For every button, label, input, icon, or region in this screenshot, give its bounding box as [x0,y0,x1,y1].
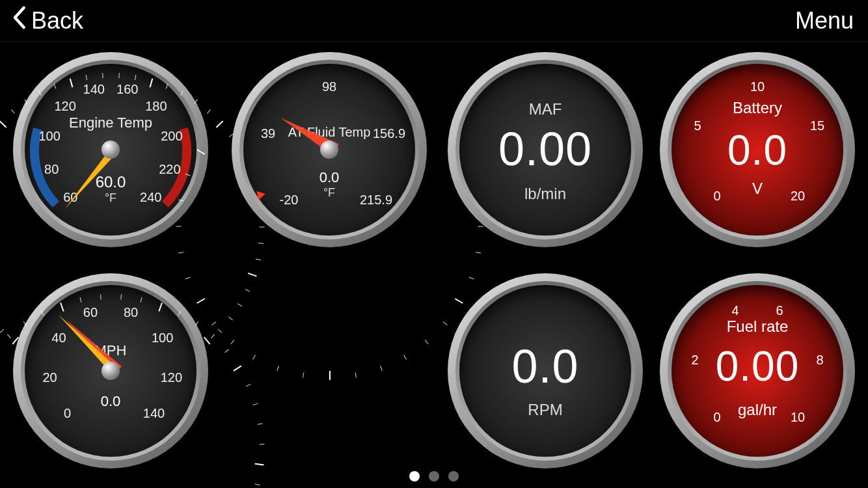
at-scale-right: 156.9 [370,126,409,142]
back-button[interactable]: Back [12,6,83,35]
back-chevron-icon [12,6,26,35]
maf-unit: lb/min [459,185,631,203]
gauge-rpm[interactable]: 0.0 RPM [448,273,643,468]
fuel-unit: gal/hr [671,401,843,419]
at-fluid-unit: °F [243,186,415,200]
gauge-battery[interactable]: 10 5 15 0 20 Battery 0.0 V [660,52,855,247]
at-scale-top: 98 [310,79,349,95]
gauge-engine-temp[interactable]: 6080100120140160180200220240 Engine Temp… [13,52,208,247]
mph-value: 0.0 [25,393,197,410]
rpm-value: 0.0 [459,340,631,393]
engine-temp-unit: °F [25,191,197,205]
battery-value: 0.0 [671,126,843,174]
fuel-title: Fuel rate [671,318,843,336]
page-dot-1[interactable] [409,471,420,481]
page-dot-2[interactable] [429,471,439,481]
gauge-at-fluid-temp[interactable]: 98 39 AT Fluid Temp 156.9 -20 215.9 0.0 … [232,52,427,247]
at-fluid-hub [320,141,338,159]
menu-button[interactable]: Menu [795,7,854,34]
maf-title: MAF [459,100,631,118]
page-dot-3[interactable] [448,471,459,481]
maf-value: 0.00 [459,122,631,176]
rpm-unit: RPM [459,401,631,419]
battery-unit: V [671,180,843,198]
mph-hub [102,362,120,380]
back-label: Back [31,7,83,34]
engine-temp-title: Engine Temp [25,115,197,131]
fuel-value: 0.00 [671,342,843,390]
menu-label: Menu [795,7,854,34]
gauge-fuel-rate[interactable]: 4 6 2 8 0 10 Fuel rate 0.00 gal/hr [660,273,855,468]
battery-scale-10: 10 [744,79,770,94]
gauge-maf[interactable]: MAF 0.00 lb/min [448,52,643,247]
fuel-scale-4: 4 [722,303,748,318]
engine-temp-hub [102,141,120,159]
engine-temp-value: 60.0 [25,173,197,191]
gauge-mph[interactable]: 020406080100120140 MPH 0.0 [13,273,208,468]
topbar: Back Menu [0,0,868,42]
at-fluid-value: 0.0 [243,169,415,186]
battery-title: Battery [671,99,843,117]
fuel-scale-6: 6 [766,303,793,318]
page-indicator[interactable] [0,471,868,481]
